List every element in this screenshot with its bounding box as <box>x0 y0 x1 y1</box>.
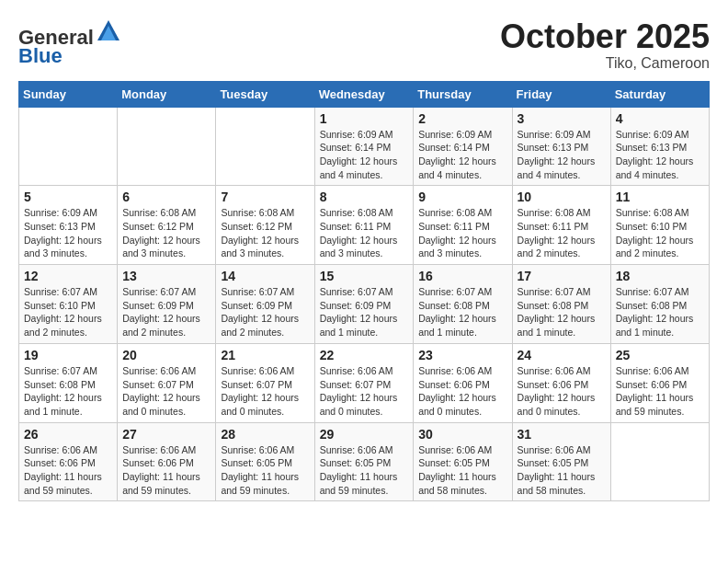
day-info: Sunrise: 6:08 AMSunset: 6:11 PMDaylight:… <box>418 206 506 260</box>
day-number: 17 <box>518 269 606 283</box>
day-number: 15 <box>320 269 409 283</box>
day-number: 6 <box>122 190 210 204</box>
day-cell <box>19 107 118 186</box>
day-info: Sunrise: 6:08 AMSunset: 6:12 PMDaylight:… <box>221 206 309 260</box>
day-info: Sunrise: 6:09 AMSunset: 6:13 PMDaylight:… <box>24 206 112 260</box>
day-cell: 28Sunrise: 6:06 AMSunset: 6:05 PMDayligh… <box>216 422 314 501</box>
day-info: Sunrise: 6:06 AMSunset: 6:07 PMDaylight:… <box>221 364 309 419</box>
day-cell: 26Sunrise: 6:06 AMSunset: 6:06 PMDayligh… <box>19 422 118 501</box>
calendar-table: SundayMondayTuesdayWednesdayThursdayFrid… <box>18 81 710 502</box>
logo-icon <box>96 18 121 44</box>
day-number: 26 <box>24 427 112 442</box>
day-info: Sunrise: 6:09 AMSunset: 6:14 PMDaylight:… <box>418 128 506 182</box>
logo-blue: Blue <box>18 44 63 67</box>
day-cell: 4Sunrise: 6:09 AMSunset: 6:13 PMDaylight… <box>610 107 709 186</box>
day-cell: 2Sunrise: 6:09 AMSunset: 6:14 PMDaylight… <box>414 107 512 186</box>
day-cell: 17Sunrise: 6:07 AMSunset: 6:08 PMDayligh… <box>512 265 610 344</box>
day-info: Sunrise: 6:06 AMSunset: 6:05 PMDaylight:… <box>418 443 506 498</box>
day-number: 10 <box>518 190 606 204</box>
day-info: Sunrise: 6:08 AMSunset: 6:11 PMDaylight:… <box>518 206 606 260</box>
day-number: 20 <box>122 348 210 362</box>
day-cell: 25Sunrise: 6:06 AMSunset: 6:06 PMDayligh… <box>610 343 709 422</box>
day-number: 19 <box>24 348 112 362</box>
day-cell: 30Sunrise: 6:06 AMSunset: 6:05 PMDayligh… <box>414 422 512 501</box>
logo: General Blue <box>18 18 121 67</box>
day-number: 16 <box>418 269 506 283</box>
day-number: 9 <box>418 190 506 204</box>
weekday-friday: Friday <box>512 81 610 107</box>
day-cell: 9Sunrise: 6:08 AMSunset: 6:11 PMDaylight… <box>414 186 512 265</box>
week-row-4: 19Sunrise: 6:07 AMSunset: 6:08 PMDayligh… <box>19 343 710 422</box>
day-info: Sunrise: 6:06 AMSunset: 6:05 PMDaylight:… <box>320 443 409 498</box>
weekday-header-row: SundayMondayTuesdayWednesdayThursdayFrid… <box>19 81 710 107</box>
week-row-3: 12Sunrise: 6:07 AMSunset: 6:10 PMDayligh… <box>19 265 710 344</box>
day-cell: 14Sunrise: 6:07 AMSunset: 6:09 PMDayligh… <box>216 265 314 344</box>
day-number: 22 <box>320 348 409 362</box>
day-cell <box>610 422 709 501</box>
day-cell <box>216 107 314 186</box>
day-info: Sunrise: 6:09 AMSunset: 6:13 PMDaylight:… <box>616 128 704 182</box>
day-number: 21 <box>221 348 309 362</box>
day-info: Sunrise: 6:07 AMSunset: 6:10 PMDaylight:… <box>24 285 112 339</box>
day-info: Sunrise: 6:07 AMSunset: 6:09 PMDaylight:… <box>122 285 210 339</box>
day-info: Sunrise: 6:06 AMSunset: 6:06 PMDaylight:… <box>616 364 704 419</box>
day-number: 12 <box>24 269 112 283</box>
day-cell: 1Sunrise: 6:09 AMSunset: 6:14 PMDaylight… <box>314 107 414 186</box>
week-row-1: 1Sunrise: 6:09 AMSunset: 6:14 PMDaylight… <box>19 107 710 186</box>
day-cell: 11Sunrise: 6:08 AMSunset: 6:10 PMDayligh… <box>610 186 709 265</box>
day-cell: 5Sunrise: 6:09 AMSunset: 6:13 PMDaylight… <box>19 186 118 265</box>
day-number: 29 <box>320 427 409 442</box>
weekday-wednesday: Wednesday <box>314 81 414 107</box>
day-cell <box>118 107 216 186</box>
day-cell: 12Sunrise: 6:07 AMSunset: 6:10 PMDayligh… <box>19 265 118 344</box>
day-number: 3 <box>518 111 606 126</box>
day-number: 25 <box>616 348 704 362</box>
day-info: Sunrise: 6:09 AMSunset: 6:14 PMDaylight:… <box>320 128 409 182</box>
day-info: Sunrise: 6:08 AMSunset: 6:12 PMDaylight:… <box>122 206 210 260</box>
day-info: Sunrise: 6:09 AMSunset: 6:13 PMDaylight:… <box>518 128 606 182</box>
day-cell: 20Sunrise: 6:06 AMSunset: 6:07 PMDayligh… <box>118 343 216 422</box>
day-cell: 15Sunrise: 6:07 AMSunset: 6:09 PMDayligh… <box>314 265 414 344</box>
day-number: 2 <box>418 111 506 126</box>
week-row-2: 5Sunrise: 6:09 AMSunset: 6:13 PMDaylight… <box>19 186 710 265</box>
day-number: 30 <box>418 427 506 442</box>
day-cell: 16Sunrise: 6:07 AMSunset: 6:08 PMDayligh… <box>414 265 512 344</box>
day-cell: 3Sunrise: 6:09 AMSunset: 6:13 PMDaylight… <box>512 107 610 186</box>
day-number: 14 <box>221 269 309 283</box>
day-cell: 22Sunrise: 6:06 AMSunset: 6:07 PMDayligh… <box>314 343 414 422</box>
day-info: Sunrise: 6:08 AMSunset: 6:11 PMDaylight:… <box>320 206 409 260</box>
day-info: Sunrise: 6:06 AMSunset: 6:06 PMDaylight:… <box>122 443 210 498</box>
day-info: Sunrise: 6:06 AMSunset: 6:06 PMDaylight:… <box>518 364 606 419</box>
day-info: Sunrise: 6:07 AMSunset: 6:09 PMDaylight:… <box>320 285 409 339</box>
day-cell: 7Sunrise: 6:08 AMSunset: 6:12 PMDaylight… <box>216 186 314 265</box>
day-info: Sunrise: 6:07 AMSunset: 6:08 PMDaylight:… <box>518 285 606 339</box>
day-info: Sunrise: 6:07 AMSunset: 6:08 PMDaylight:… <box>24 364 112 419</box>
day-info: Sunrise: 6:06 AMSunset: 6:06 PMDaylight:… <box>24 443 112 498</box>
day-cell: 13Sunrise: 6:07 AMSunset: 6:09 PMDayligh… <box>118 265 216 344</box>
title-block: October 2025 Tiko, Cameroon <box>500 18 710 72</box>
day-cell: 10Sunrise: 6:08 AMSunset: 6:11 PMDayligh… <box>512 186 610 265</box>
page-header: General Blue October 2025 Tiko, Cameroon <box>18 18 710 72</box>
weekday-saturday: Saturday <box>610 81 709 107</box>
weekday-monday: Monday <box>118 81 216 107</box>
month-title: October 2025 <box>500 18 710 55</box>
location: Tiko, Cameroon <box>500 55 710 72</box>
day-info: Sunrise: 6:08 AMSunset: 6:10 PMDaylight:… <box>616 206 704 260</box>
day-number: 24 <box>518 348 606 362</box>
day-cell: 29Sunrise: 6:06 AMSunset: 6:05 PMDayligh… <box>314 422 414 501</box>
day-info: Sunrise: 6:06 AMSunset: 6:05 PMDaylight:… <box>518 443 606 498</box>
day-cell: 24Sunrise: 6:06 AMSunset: 6:06 PMDayligh… <box>512 343 610 422</box>
day-info: Sunrise: 6:06 AMSunset: 6:07 PMDaylight:… <box>122 364 210 419</box>
week-row-5: 26Sunrise: 6:06 AMSunset: 6:06 PMDayligh… <box>19 422 710 501</box>
day-cell: 6Sunrise: 6:08 AMSunset: 6:12 PMDaylight… <box>118 186 216 265</box>
day-info: Sunrise: 6:07 AMSunset: 6:08 PMDaylight:… <box>616 285 704 339</box>
day-cell: 8Sunrise: 6:08 AMSunset: 6:11 PMDaylight… <box>314 186 414 265</box>
day-info: Sunrise: 6:07 AMSunset: 6:09 PMDaylight:… <box>221 285 309 339</box>
day-number: 5 <box>24 190 112 204</box>
day-number: 4 <box>616 111 704 126</box>
day-number: 1 <box>320 111 409 126</box>
day-number: 23 <box>418 348 506 362</box>
day-info: Sunrise: 6:06 AMSunset: 6:06 PMDaylight:… <box>418 364 506 419</box>
day-cell: 23Sunrise: 6:06 AMSunset: 6:06 PMDayligh… <box>414 343 512 422</box>
weekday-thursday: Thursday <box>414 81 512 107</box>
